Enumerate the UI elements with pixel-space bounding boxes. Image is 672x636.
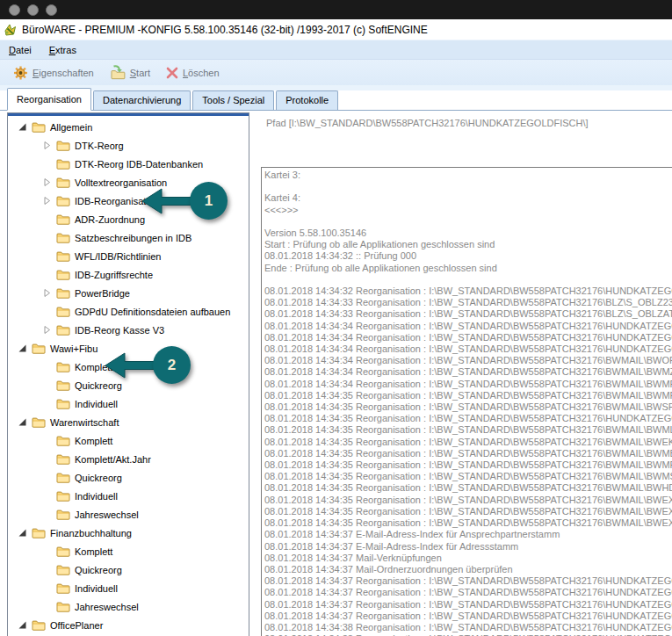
- tree-item-label: Warenwirtschaft: [50, 417, 119, 428]
- tree-item-label: OfficePlaner: [50, 620, 103, 631]
- log-line: 08.01.2018 14:34:34 Reorganisation : I:\…: [264, 321, 672, 332]
- log-line: 08.01.2018 14:34:35 Reorganisation : I:\…: [264, 517, 672, 529]
- tab-datenarchivierung[interactable]: Datenarchivierung: [93, 90, 191, 110]
- tab-reorganisation[interactable]: Reorganisation: [7, 88, 91, 111]
- log-line: 08.01.2018 14:34:34 Reorganisation : I:\…: [264, 343, 672, 355]
- tree-item-label: IDB-Zugriffsrechte: [75, 270, 153, 280]
- tree-item-label: Satzbeschreibungen in IDB: [75, 233, 191, 243]
- tree-item-label: WFL/IDB/Richtlinien: [75, 251, 161, 262]
- triangle-expanded-icon[interactable]: [18, 621, 26, 629]
- tree-item-quickreorg[interactable]: Quickreorg: [8, 560, 249, 579]
- eigenschaften-button[interactable]: Eigenschaften: [5, 63, 102, 83]
- tree-item-individuell[interactable]: Individuell: [8, 487, 249, 505]
- tree-item-dtk-reorg-idb-datenbanken[interactable]: DTK-Reorg IDB-Datenbanken: [8, 155, 249, 173]
- window-control-icon[interactable]: [27, 4, 39, 16]
- log-line: 08.01.2018 14:34:35 Reorganisation : I:\…: [264, 459, 672, 471]
- tree-item-idb-zugriffsrechte[interactable]: IDB-Zugriffsrechte: [8, 265, 249, 284]
- folder-icon: [56, 453, 70, 465]
- log-line: Ende : Prüfung ob alle Applikationen ges…: [264, 263, 672, 274]
- triangle-collapsed-icon[interactable]: [43, 289, 51, 297]
- tree-item-idb-reorg-kasse-v3[interactable]: IDB-Reorg Kasse V3: [8, 321, 249, 339]
- triangle-expanded-icon[interactable]: [18, 344, 26, 352]
- tree-item-finanzbuchhaltung[interactable]: Finanzbuchhaltung: [8, 524, 249, 542]
- tree-item-komplett[interactable]: Komplett: [8, 542, 249, 560]
- tree-item-individuell[interactable]: Individuell: [8, 394, 249, 413]
- menu-bar: DateiExtras: [0, 40, 672, 59]
- triangle-expanded-icon[interactable]: [18, 529, 26, 537]
- löschen-button[interactable]: Löschen: [158, 64, 228, 82]
- tree-item-gdpdu-definitionsdateien-aufbauen[interactable]: GDPdU Definitionsdateien aufbauen: [8, 302, 249, 321]
- tree-item-label: Individuell: [75, 583, 118, 594]
- folder-icon: [56, 140, 70, 151]
- tree-item-wawi-fibu[interactable]: Wawi+Fibu: [8, 339, 249, 358]
- tree-item-label: Quickreorg: [75, 473, 122, 483]
- log-line: 08.01.2018 14:34:35 Reorganisation : I:\…: [264, 401, 672, 413]
- tree-item-idb-reorganisation[interactable]: IDB-Reorganisation: [8, 192, 249, 210]
- log-line: 08.01.2018 14:34:34 Reorganisation : I:\…: [264, 355, 672, 366]
- window-control-icon[interactable]: [9, 4, 20, 16]
- tree-item-powerbridge[interactable]: PowerBridge: [8, 284, 249, 302]
- log-line: 08.01.2018 14:34:37 E-Mail-Adress-Index …: [264, 529, 672, 540]
- tree-item-volltextreorganisation[interactable]: Volltextreorganisation: [8, 173, 249, 192]
- start-button[interactable]: Start: [102, 62, 158, 83]
- tree-item-officeplaner[interactable]: OfficePlaner: [8, 616, 249, 634]
- tree-item-quickreorg[interactable]: Quickreorg: [8, 376, 249, 394]
- tree-item-wfl-idb-richtlinien[interactable]: WFL/IDB/Richtlinien: [8, 247, 249, 265]
- triangle-collapsed-icon[interactable]: [43, 197, 51, 205]
- tree-glyph-spacer: [43, 160, 51, 168]
- tree-item-individuell[interactable]: Individuell: [8, 579, 249, 597]
- tree-item-label: Komplett/Akt.Jahr: [75, 454, 151, 465]
- folder-icon: [32, 121, 46, 133]
- log-line: 08.01.2018 14:34:37 Reorganisation : I:\…: [264, 611, 672, 622]
- tree-item-label: Quickreorg: [75, 565, 122, 575]
- delete-x-icon: [166, 67, 178, 79]
- folder-icon: [56, 601, 70, 612]
- tree-glyph-spacer: [43, 234, 51, 242]
- tree-glyph-spacer: [43, 455, 51, 463]
- tree-item-dtk-reorg[interactable]: DTK-Reorg: [8, 136, 249, 155]
- log-line: 08.01.2018 14:34:32 :: Prüfung 000: [264, 250, 672, 262]
- log-line: 08.01.2018 14:34:37 Mail-Ordnerzuordnung…: [264, 564, 672, 575]
- tree-item-label: Wawi+Fibu: [50, 343, 98, 354]
- window-control-icon[interactable]: [46, 4, 57, 16]
- folder-icon: [56, 324, 70, 336]
- tree-item-komplett[interactable]: Komplett: [8, 358, 249, 376]
- tab-tools-spezial[interactable]: Tools / Spezial: [192, 90, 274, 110]
- log-output[interactable]: Kartei 3: Kartei 4:<<<>>> Version 5.58.1…: [261, 167, 672, 636]
- tab-protokolle[interactable]: Protokolle: [276, 90, 338, 110]
- tree-item-adr-zuordnung[interactable]: ADR-Zuordnung: [8, 210, 249, 228]
- tree-item-allgemein[interactable]: Allgemein: [8, 118, 249, 136]
- tree-glyph-spacer: [43, 510, 51, 518]
- tree-glyph-spacer: [43, 437, 51, 444]
- tree-glyph-spacer: [43, 400, 51, 408]
- menu-extras[interactable]: Extras: [40, 42, 85, 58]
- tree-item-komplett-akt-jahr[interactable]: Komplett/Akt.Jahr: [8, 450, 249, 468]
- triangle-collapsed-icon[interactable]: [43, 178, 51, 186]
- log-line: 08.01.2018 14:34:35 Reorganisation : I:\…: [264, 437, 672, 448]
- tree-item-label: IDB-Reorganisation: [75, 196, 159, 206]
- tree-item-label: Individuell: [75, 399, 118, 409]
- triangle-expanded-icon[interactable]: [18, 123, 26, 131]
- tree-glyph-spacer: [43, 566, 51, 574]
- tree-item-komplett[interactable]: Komplett: [8, 431, 249, 450]
- log-line: 08.01.2018 14:34:35 Reorganisation : I:\…: [264, 495, 672, 506]
- tree-glyph-spacer: [43, 271, 51, 278]
- folder-icon: [56, 564, 70, 575]
- triangle-collapsed-icon[interactable]: [43, 326, 51, 334]
- tree-item-label: Allgemein: [50, 122, 92, 133]
- log-line: 08.01.2018 14:34:37 E-Mail-Adress-Index …: [264, 541, 672, 553]
- tree-item-quickreorg[interactable]: Quickreorg: [8, 468, 249, 487]
- tree-item-jahreswechsel[interactable]: Jahreswechsel: [8, 597, 249, 616]
- log-line: 08.01.2018 14:34:35 Reorganisation : I:\…: [264, 482, 672, 494]
- folder-icon: [56, 546, 70, 557]
- menu-datei[interactable]: Datei: [0, 42, 40, 58]
- folder-icon: [56, 232, 70, 243]
- triangle-expanded-icon[interactable]: [18, 418, 26, 426]
- tab-bar: ReorganisationDatenarchivierungTools / S…: [0, 90, 672, 111]
- tree-item-jahreswechsel[interactable]: Jahreswechsel: [8, 505, 249, 524]
- log-line: 08.01.2018 14:34:33 Reorganisation : I:\…: [264, 297, 672, 308]
- tree-glyph-spacer: [43, 473, 51, 481]
- tree-item-satzbeschreibungen-in-idb[interactable]: Satzbeschreibungen in IDB: [8, 228, 249, 247]
- tree-item-warenwirtschaft[interactable]: Warenwirtschaft: [8, 413, 249, 431]
- triangle-collapsed-icon[interactable]: [43, 141, 51, 149]
